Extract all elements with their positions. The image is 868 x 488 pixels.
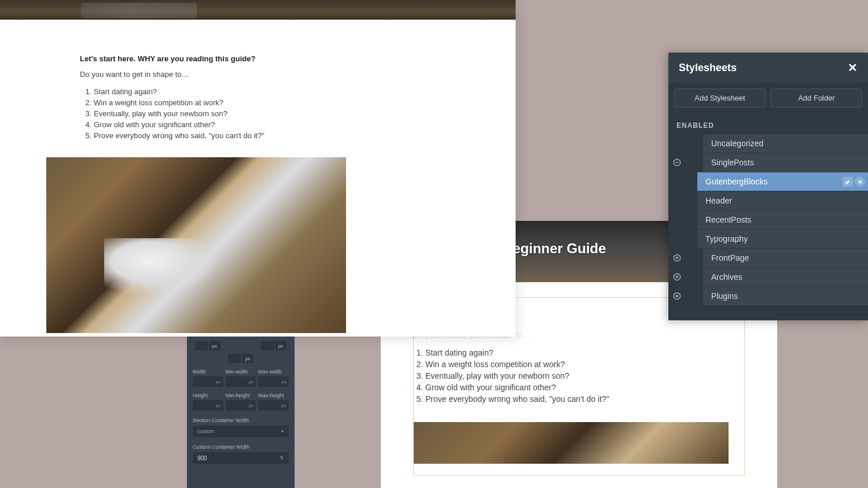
stepper-icon: ⇅ <box>279 455 284 461</box>
article-image <box>414 422 729 464</box>
article-heading: Let's start here. WHY are you reading th… <box>80 54 436 63</box>
list-item: Eventually, play with your newborn son? <box>425 371 733 380</box>
max-height-input[interactable]: px <box>258 400 289 411</box>
custom-container-width-input[interactable]: 900 ⇅ <box>193 452 289 464</box>
stylesheet-item[interactable]: FrontPage <box>668 249 868 267</box>
edit-icon[interactable] <box>843 176 853 187</box>
min-height-input[interactable]: px <box>226 400 256 411</box>
list-item: Start dating again? <box>425 348 733 357</box>
list-item: Start dating again? <box>94 87 436 96</box>
collapse-icon[interactable] <box>668 158 686 167</box>
list-item: Eventually, play with your newborn son? <box>94 109 436 118</box>
list-item: Prove everybody wrong who said, "you can… <box>94 131 436 140</box>
stylesheet-item-label: FrontPage <box>703 249 868 267</box>
min-width-input[interactable]: px <box>226 376 256 387</box>
stylesheets-panel: Stylesheets ✕ Add Stylesheet Add Folder … <box>668 53 868 320</box>
max-height-label: Max-height <box>258 393 289 398</box>
hero-strip <box>0 0 516 20</box>
height-input[interactable]: px <box>193 400 223 411</box>
list-item: Grow old with your significant other? <box>425 383 733 392</box>
chevron-down-icon: ▾ <box>281 428 284 434</box>
width-input[interactable]: px <box>193 376 223 387</box>
max-width-input[interactable]: px <box>258 376 289 387</box>
list-item: Win a weight loss competition at work? <box>94 98 436 107</box>
list-item: Win a weight loss competition at work? <box>425 360 733 369</box>
article-intro: Do you want to get in shape to… <box>80 70 436 79</box>
enabled-section-label: ENABLED <box>668 111 868 134</box>
margin-field[interactable]: px <box>195 341 220 350</box>
custom-container-width-label: Custom Container Width <box>193 444 289 450</box>
panel-title: Stylesheets <box>679 62 737 74</box>
width-label: Width <box>193 369 223 375</box>
stylesheet-item[interactable]: RecentPosts <box>668 210 868 229</box>
stylesheet-item[interactable]: Uncategorized <box>668 134 868 153</box>
stylesheet-item-label: RecentPosts <box>697 210 868 229</box>
stylesheet-item[interactable]: Typography <box>668 230 868 248</box>
stylesheet-item[interactable]: Plugins <box>668 287 868 305</box>
list-item: Prove everybody wrong who said, "you can… <box>425 394 733 404</box>
min-width-label: Min-width <box>226 369 256 375</box>
hero-title-fragment: eginner Guide <box>513 241 606 257</box>
expand-icon[interactable] <box>668 273 686 281</box>
stylesheet-item[interactable]: Archives <box>668 268 868 286</box>
expand-icon[interactable] <box>668 254 686 262</box>
article-list: Start dating again? Win a weight loss co… <box>80 87 436 140</box>
article-image <box>46 157 346 333</box>
stylesheet-item-label: Archives <box>703 268 868 286</box>
delete-icon[interactable] <box>855 176 865 187</box>
stylesheet-item-label: Plugins <box>703 287 868 305</box>
close-icon[interactable]: ✕ <box>848 61 858 75</box>
article-list: Start dating again? Win a weight loss co… <box>414 348 733 404</box>
margin-field[interactable]: px <box>261 341 286 350</box>
stylesheet-item-label: Uncategorized <box>703 134 868 153</box>
height-label: Height <box>193 393 223 398</box>
add-stylesheet-button[interactable]: Add Stylesheet <box>674 88 766 108</box>
stylesheet-item-label: Typography <box>697 230 868 248</box>
margin-field[interactable]: px <box>228 354 253 363</box>
max-width-label: Max-width <box>258 369 289 375</box>
add-folder-button[interactable]: Add Folder <box>771 88 862 108</box>
list-item: Grow old with your significant other? <box>94 120 436 129</box>
stylesheet-item[interactable]: Header <box>668 191 868 210</box>
stylesheet-list: UncategorizedSinglePostsGutenbergBlocksH… <box>668 134 868 305</box>
stylesheet-item[interactable]: SinglePosts <box>668 153 868 172</box>
stylesheet-item[interactable]: GutenbergBlocks <box>668 172 868 191</box>
size-spacing-panel: px px px Width px Min-width px Max-width… <box>187 337 295 488</box>
stylesheet-item-label: SinglePosts <box>703 153 868 172</box>
stylesheet-item-label: Header <box>697 191 868 210</box>
editor-preview-primary: Let's start here. WHY are you reading th… <box>0 0 516 337</box>
section-container-width-select[interactable]: custom ▾ <box>193 426 289 437</box>
section-container-width-label: Section Container Width <box>193 417 289 423</box>
min-height-label: Min-height <box>226 393 256 398</box>
expand-icon[interactable] <box>668 292 686 300</box>
